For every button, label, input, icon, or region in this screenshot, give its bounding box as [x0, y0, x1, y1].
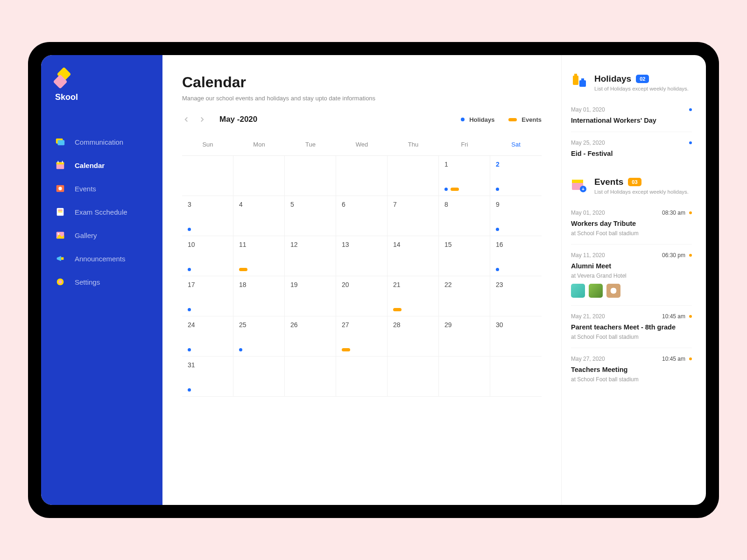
- calendar-cell[interactable]: 7: [388, 196, 439, 236]
- sidebar-item-calendar[interactable]: Calendar: [41, 154, 162, 177]
- calendar-cell: [336, 357, 388, 397]
- day-number: 28: [393, 321, 433, 329]
- event-time: 10:45 am: [662, 356, 692, 362]
- calendar-cell[interactable]: 5: [285, 196, 336, 236]
- calendar-cell[interactable]: 30: [490, 316, 542, 357]
- thumbnail: [589, 284, 603, 298]
- main-content: Calendar Manage our school events and ho…: [162, 55, 561, 505]
- calendar-cell[interactable]: 23: [490, 276, 542, 316]
- calendar-cell[interactable]: 21: [388, 276, 439, 316]
- svg-rect-3: [56, 162, 64, 165]
- day-number: 27: [342, 321, 381, 329]
- logo-icon: [55, 69, 148, 87]
- event-date: May 11, 2020: [571, 252, 605, 259]
- event-thumbnails: [571, 284, 692, 298]
- calendar-cell[interactable]: 25: [233, 316, 285, 357]
- day-number: 18: [239, 281, 279, 288]
- day-head: Tue: [285, 133, 336, 155]
- calendar-cell[interactable]: 1: [439, 156, 490, 196]
- day-number: 11: [239, 241, 279, 248]
- sidebar-item-label: Announcements: [75, 255, 125, 263]
- calendar-cell[interactable]: 4: [233, 196, 285, 236]
- svg-rect-18: [574, 74, 577, 76]
- holiday-dot-icon: [689, 108, 692, 111]
- calendar-cell[interactable]: 10: [182, 236, 233, 276]
- calendar-cell[interactable]: 13: [336, 236, 388, 276]
- calendar-cell[interactable]: 27: [336, 316, 388, 357]
- event-dot-icon: [689, 254, 692, 257]
- calendar-cell: [285, 357, 336, 397]
- event-location: at School Foot ball stadium: [571, 230, 692, 237]
- event-title: Teachers Meeting: [571, 366, 692, 373]
- holiday-item[interactable]: May 25, 2020Eid - Festival: [571, 132, 692, 165]
- calendar-cell[interactable]: 31: [182, 357, 233, 397]
- calendar-cell[interactable]: 9: [490, 196, 542, 236]
- event-item[interactable]: May 21, 202010:45 am Parent teachers Mee…: [571, 306, 692, 348]
- calendar-cell[interactable]: 8: [439, 196, 490, 236]
- svg-rect-19: [579, 80, 586, 87]
- day-number: 7: [393, 201, 433, 208]
- day-number: 16: [496, 241, 536, 248]
- right-panel: Holidays 02 List of Holidays except week…: [561, 55, 706, 505]
- event-dot-icon: [689, 315, 692, 318]
- svg-rect-20: [581, 78, 584, 80]
- page-title: Calendar: [182, 74, 542, 91]
- event-item[interactable]: May 01, 202008:30 am Workers day Tribute…: [571, 202, 692, 245]
- calendar-cell[interactable]: 18: [233, 276, 285, 316]
- holiday-marker-icon: [188, 268, 191, 271]
- calendar-cell[interactable]: 26: [285, 316, 336, 357]
- sidebar-item-label: Gallery: [75, 231, 97, 239]
- calendar-cell[interactable]: 3: [182, 196, 233, 236]
- calendar-cell[interactable]: 14: [388, 236, 439, 276]
- calendar-cell[interactable]: 29: [439, 316, 490, 357]
- events-section-icon: +: [571, 177, 588, 194]
- calendar-cell[interactable]: 17: [182, 276, 233, 316]
- svg-rect-4: [58, 161, 59, 163]
- event-item[interactable]: May 11, 202006:30 pm Alumni Meetat Vever…: [571, 245, 692, 306]
- calendar-cell[interactable]: 12: [285, 236, 336, 276]
- calendar-cell[interactable]: 20: [336, 276, 388, 316]
- sidebar-item-communication[interactable]: Communication: [41, 130, 162, 154]
- event-dot-icon: [689, 357, 692, 360]
- svg-rect-1: [58, 140, 65, 145]
- svg-rect-10: [58, 211, 62, 212]
- sidebar-item-announcements[interactable]: Announcements: [41, 247, 162, 270]
- event-date: May 27, 2020: [571, 356, 605, 362]
- calendar-cell[interactable]: 24: [182, 316, 233, 357]
- sidebar-item-label: Communication: [75, 138, 123, 146]
- sidebar-item-gallery[interactable]: Gallery: [41, 224, 162, 247]
- day-number: 20: [342, 281, 381, 288]
- svg-rect-17: [573, 76, 578, 85]
- calendar-cell: [182, 156, 233, 196]
- calendar-cell[interactable]: 19: [285, 276, 336, 316]
- calendar-cell[interactable]: 15: [439, 236, 490, 276]
- sidebar-item-exam[interactable]: Exam Scchedule: [41, 200, 162, 224]
- event-time: 08:30 am: [662, 210, 692, 216]
- events-list: May 01, 202008:30 am Workers day Tribute…: [571, 202, 692, 390]
- calendar-cell[interactable]: 16: [490, 236, 542, 276]
- calendar-cell[interactable]: 22: [439, 276, 490, 316]
- sidebar-item-events[interactable]: Events: [41, 177, 162, 200]
- day-number: 17: [188, 281, 227, 288]
- calendar-cell: [285, 156, 336, 196]
- holiday-item[interactable]: May 01, 2020International Workers' Day: [571, 99, 692, 132]
- holidays-section-sub: List of Holidays except weekly holidays.: [594, 86, 692, 91]
- sidebar-item-settings[interactable]: Settings: [41, 270, 162, 294]
- megaphone-icon: [55, 253, 65, 264]
- calendar-cell[interactable]: 11: [233, 236, 285, 276]
- page-subtitle: Manage our school events and holidays an…: [182, 95, 542, 102]
- sidebar-item-label: Events: [75, 185, 96, 193]
- holidays-count-badge: 02: [636, 75, 649, 83]
- event-location: at School Foot ball stadium: [571, 376, 692, 383]
- calendar-cell[interactable]: 6: [336, 196, 388, 236]
- day-headers: SunMonTueWedThuFriSat: [182, 133, 542, 156]
- day-number: 30: [496, 321, 536, 329]
- event-item[interactable]: May 27, 202010:45 am Teachers Meetingat …: [571, 348, 692, 390]
- next-month-button[interactable]: [198, 115, 206, 124]
- holiday-dot-icon: [461, 118, 465, 121]
- prev-month-button[interactable]: [182, 115, 190, 124]
- holiday-marker-icon: [188, 348, 191, 351]
- calendar-cell[interactable]: 2: [490, 156, 542, 196]
- calendar-cell[interactable]: 28: [388, 316, 439, 357]
- svg-rect-5: [62, 161, 63, 163]
